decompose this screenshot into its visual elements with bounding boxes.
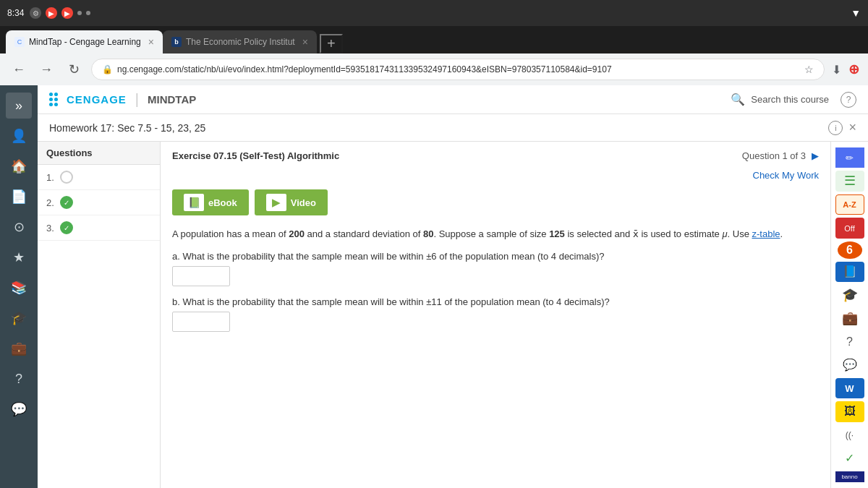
cengage-dots <box>49 93 62 106</box>
question-item-3[interactable]: 3. ✓ <box>38 215 160 241</box>
video-icon-wrapper: ▶ <box>266 194 286 211</box>
download-icon[interactable]: ⬇ <box>832 63 841 77</box>
forward-button[interactable]: → <box>36 59 56 80</box>
question-status-2: ✓ <box>60 196 73 209</box>
top-banner: CENGAGE | MINDTAP 🔍 Search this course ? <box>38 85 868 114</box>
part-a-question: a. What is the probability that the samp… <box>172 251 819 286</box>
xbar-symbol: x̄ <box>633 228 639 239</box>
check2-button[interactable]: ✓ <box>835 448 864 468</box>
sidebar-help-circle-icon[interactable]: ⊙ <box>6 214 32 240</box>
question-num-2: 2. <box>46 197 54 208</box>
briefcase-button[interactable]: 💼 <box>835 308 864 328</box>
part-b-question: b. What is the probability that the samp… <box>172 296 819 332</box>
question-item-2[interactable]: 2. ✓ <box>38 190 160 215</box>
problem-end: . <box>780 228 783 239</box>
main-container: » 👤 🏠 📄 ⊙ ★ 📚 🎓 💼 ? 💬 CENGAGE <box>0 85 868 488</box>
tab-brookings-label: The Economic Policy Institut <box>186 37 295 47</box>
lock-icon: 🔒 <box>102 64 113 74</box>
tab-brookings[interactable]: b The Economic Policy Institut × <box>163 30 317 53</box>
problem-intro: A population has a mean of <box>172 228 289 239</box>
sidebar-briefcase-icon[interactable]: 💼 <box>6 335 32 361</box>
cengage-logo: CENGAGE <box>49 93 127 106</box>
problem-mid4: is used to estimate <box>639 228 723 239</box>
sidebar-expand-button[interactable]: » <box>6 93 32 119</box>
cengage-dot-6 <box>54 103 58 106</box>
sidebar-home-icon[interactable]: 🏠 <box>6 153 32 179</box>
exercise-area: Questions 1. 2. ✓ 3. ✓ Exercise 07.15 (S… <box>38 142 868 488</box>
back-button[interactable]: ← <box>9 59 29 80</box>
tab-mindtap-close[interactable]: × <box>148 36 154 48</box>
word-button[interactable]: W <box>835 378 864 398</box>
az-button[interactable]: A-Z <box>835 194 864 215</box>
mortar-button[interactable]: 🎓 <box>835 285 864 305</box>
problem-mid5: . Use <box>728 228 752 239</box>
part-a-input[interactable] <box>172 266 230 286</box>
rss-button[interactable]: ☰ <box>835 171 864 191</box>
cengage-logo-text: CENGAGE <box>67 93 127 106</box>
question-status-1 <box>60 171 73 184</box>
exercise-title: Exercise 07.15 (Self-Test) Algorithmic <box>172 150 339 161</box>
new-tab-button[interactable]: + <box>320 34 343 53</box>
problem-mid1: and a standard deviation of <box>305 228 423 239</box>
search-area: 🔍 Search this course ? <box>731 92 856 108</box>
question-status-3: ✓ <box>60 221 73 234</box>
check-my-work-button[interactable]: Check My Work <box>753 170 820 181</box>
question-button[interactable]: ? <box>835 331 864 351</box>
pencil-tool-button[interactable]: ✏ <box>835 147 864 168</box>
question-item-1[interactable]: 1. <box>38 165 160 190</box>
play-icon: ▶ <box>46 7 57 19</box>
right-sidebar: ✏ ☰ A-Z Off 6 📘 🎓 💼 ? 💬 W 🖼 ((· ✓ banno <box>830 142 868 488</box>
url-field[interactable]: 🔒 ng.cengage.com/static/nb/ui/evo/index.… <box>91 59 825 80</box>
browser-system-icons: ⚙ ▶ ▶ <box>30 7 90 19</box>
close-button[interactable]: × <box>848 120 856 135</box>
refresh-button[interactable]: ↻ <box>64 59 84 80</box>
mean-value: 200 <box>289 228 305 239</box>
sidebar-document-icon[interactable]: 📄 <box>6 184 32 210</box>
homework-header: Homework 17: Sec 7.5 - 15, 23, 25 i × <box>38 114 868 142</box>
part-a-label: a. What is the probability that the samp… <box>172 251 819 262</box>
youtube-icon: ▶ <box>61 7 73 19</box>
blue-book-button[interactable]: 📘 <box>835 262 864 282</box>
office-button[interactable]: Off <box>835 218 864 238</box>
ebook-icon: 📗 <box>188 197 200 208</box>
orange-button[interactable]: 6 <box>838 241 862 259</box>
video-button[interactable]: ▶ Video <box>255 189 328 215</box>
problem-mid3: is selected and <box>565 228 633 239</box>
ztable-link[interactable]: z-table <box>752 228 780 239</box>
mu-symbol: μ <box>722 228 727 239</box>
chat-button[interactable]: 💬 <box>835 355 864 375</box>
yellow-image-button[interactable]: 🖼 <box>835 401 864 421</box>
help-button[interactable]: ? <box>841 92 856 108</box>
url-bar: ← → ↻ 🔒 ng.cengage.com/static/nb/ui/evo/… <box>0 53 868 85</box>
info-button[interactable]: i <box>828 121 843 135</box>
sidebar-question-icon[interactable]: ? <box>6 366 32 392</box>
bookmark-icon[interactable]: ☆ <box>804 64 814 75</box>
homework-title: Homework 17: Sec 7.5 - 15, 23, 25 <box>49 122 822 134</box>
ebook-button[interactable]: 📗 eBook <box>172 189 249 215</box>
url-text: ng.cengage.com/static/nb/ui/evo/index.ht… <box>117 64 800 74</box>
sidebar-chat-icon[interactable]: 💬 <box>6 396 32 422</box>
sidebar-graduation-icon[interactable]: 🎓 <box>6 305 32 331</box>
wifi-icon: ▼ <box>851 7 861 19</box>
ebook-icon-wrapper: 📗 <box>184 194 204 211</box>
logo-separator: | <box>135 91 139 108</box>
menu-icon[interactable]: ⊕ <box>848 61 859 77</box>
tab-brookings-close[interactable]: × <box>302 36 308 48</box>
search-label[interactable]: Search this course <box>751 94 829 105</box>
banno-label: banno <box>835 471 864 482</box>
tab-mindtap[interactable]: C MindTap - Cengage Learning × <box>6 30 163 53</box>
status-dot2 <box>86 11 90 15</box>
content-area: CENGAGE | MINDTAP 🔍 Search this course ?… <box>38 85 868 488</box>
part-b-input[interactable] <box>172 312 230 332</box>
question-num-3: 3. <box>46 223 54 234</box>
tabs-bar: C MindTap - Cengage Learning × b The Eco… <box>0 26 868 53</box>
main-exercise-panel: Exercise 07.15 (Self-Test) Algorithmic Q… <box>161 142 830 488</box>
ebook-label: eBook <box>208 197 237 208</box>
sidebar-user-icon[interactable]: 👤 <box>6 123 32 149</box>
sidebar-star-icon[interactable]: ★ <box>6 244 32 270</box>
cengage-dot-4 <box>54 98 58 101</box>
sidebar-book-icon[interactable]: 📚 <box>6 275 32 301</box>
exercise-top-bar: Exercise 07.15 (Self-Test) Algorithmic Q… <box>172 150 819 161</box>
browser-time: 8:34 <box>7 8 24 18</box>
wifi2-button[interactable]: ((· <box>835 425 864 445</box>
